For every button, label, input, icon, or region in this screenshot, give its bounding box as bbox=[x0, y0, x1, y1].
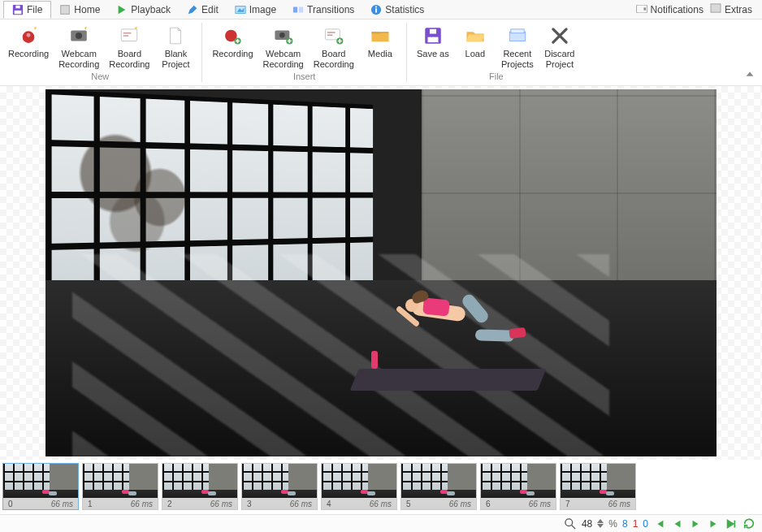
tab-playback[interactable]: Playback bbox=[108, 1, 179, 19]
play-icon bbox=[116, 4, 128, 15]
save-as-button[interactable]: Save as bbox=[412, 21, 454, 61]
zoom-magnifier-icon[interactable] bbox=[564, 517, 577, 530]
notifications-button[interactable]: Notifications bbox=[636, 4, 704, 15]
frame-caption: 766 ms bbox=[561, 498, 635, 509]
ribbon-group-file: Save as Load Recent Projects Discard Pro… bbox=[409, 19, 584, 85]
ribbon-label: Save as bbox=[417, 49, 449, 59]
svg-marker-5 bbox=[188, 5, 197, 14]
tab-image[interactable]: Image bbox=[227, 1, 284, 19]
tab-home[interactable]: Home bbox=[51, 1, 108, 19]
svg-point-20 bbox=[76, 32, 82, 39]
svg-line-38 bbox=[572, 525, 575, 528]
zoom-value: 48 bbox=[582, 518, 592, 530]
frame-index: 4 bbox=[327, 500, 331, 508]
ribbon-label: Media bbox=[368, 49, 392, 59]
scene-person bbox=[381, 262, 543, 383]
menu-tabstrip: File Home Playback Edit Image Transition… bbox=[0, 0, 762, 19]
extras-button[interactable]: Extras bbox=[710, 3, 752, 15]
svg-rect-9 bbox=[299, 6, 303, 12]
load-button[interactable]: Load bbox=[454, 21, 496, 61]
frame-duration: 66 ms bbox=[131, 500, 153, 508]
frame-caption: 166 ms bbox=[83, 498, 158, 509]
status-count-c: 0 bbox=[643, 518, 648, 530]
folder-open-icon bbox=[464, 24, 487, 47]
tab-edit[interactable]: Edit bbox=[179, 1, 227, 19]
preview-frame[interactable] bbox=[45, 89, 717, 456]
insert-media-button[interactable]: Media bbox=[359, 21, 401, 61]
tab-transitions[interactable]: Transitions bbox=[284, 1, 362, 19]
preview-canvas-area bbox=[0, 86, 762, 460]
frame-index: 7 bbox=[565, 500, 570, 508]
svg-rect-35 bbox=[511, 29, 524, 33]
frame-duration: 66 ms bbox=[51, 500, 73, 508]
frame-thumbnail[interactable]: 266 ms bbox=[162, 463, 238, 510]
frame-thumbnail[interactable]: 566 ms bbox=[400, 463, 477, 510]
frame-thumbnail[interactable]: 766 ms bbox=[560, 463, 636, 510]
scene-bottle bbox=[371, 351, 378, 369]
frame-thumbnail[interactable]: 666 ms bbox=[480, 463, 556, 510]
webcam-icon bbox=[67, 24, 90, 47]
frame-index: 3 bbox=[247, 500, 252, 508]
nav-play-icon[interactable] bbox=[689, 517, 702, 530]
ribbon-collapse-icon[interactable] bbox=[744, 68, 756, 82]
ribbon-group-label: File bbox=[489, 71, 504, 83]
frame-caption: 666 ms bbox=[481, 498, 556, 509]
frame-thumbnail[interactable]: 366 ms bbox=[241, 463, 318, 510]
record-add-icon bbox=[221, 24, 244, 47]
svg-point-27 bbox=[279, 32, 285, 38]
tab-label: Playback bbox=[131, 4, 171, 15]
ribbon-label: Load bbox=[465, 49, 485, 59]
nav-first-icon[interactable] bbox=[653, 517, 666, 530]
nav-prev-icon[interactable] bbox=[671, 517, 684, 530]
tab-label: Home bbox=[74, 4, 100, 15]
blank-page-icon bbox=[164, 24, 187, 47]
tab-label: Image bbox=[249, 4, 276, 15]
frame-duration: 66 ms bbox=[370, 500, 392, 508]
info-icon bbox=[370, 4, 382, 15]
new-board-recording-button[interactable]: Board Recording bbox=[104, 21, 154, 71]
frame-duration: 66 ms bbox=[529, 500, 551, 508]
webcam-add-icon bbox=[272, 24, 295, 47]
recent-projects-icon bbox=[506, 24, 529, 47]
frame-duration: 66 ms bbox=[608, 500, 630, 508]
frame-caption: 066 ms bbox=[3, 498, 78, 509]
frame-strip: 066 ms166 ms266 ms366 ms466 ms566 ms666 … bbox=[0, 460, 762, 513]
tab-file[interactable]: File bbox=[3, 1, 51, 19]
svg-point-37 bbox=[565, 518, 573, 526]
svg-marker-18 bbox=[34, 27, 37, 30]
ribbon-label: Board Recording bbox=[314, 49, 354, 70]
nav-loop-icon[interactable] bbox=[743, 517, 756, 530]
ribbon-label: Discard Project bbox=[544, 49, 574, 70]
ribbon-label: Board Recording bbox=[109, 49, 149, 70]
svg-rect-14 bbox=[643, 7, 646, 10]
save-disk-icon bbox=[12, 4, 24, 15]
nav-last-icon[interactable] bbox=[725, 517, 738, 530]
recent-projects-button[interactable]: Recent Projects bbox=[496, 21, 539, 71]
frame-thumbnail[interactable]: 166 ms bbox=[82, 463, 158, 510]
insert-recording-button[interactable]: Recording bbox=[207, 21, 258, 61]
ribbon-group-label: Insert bbox=[293, 71, 316, 83]
frame-thumbnail[interactable]: 466 ms bbox=[321, 463, 397, 510]
frame-thumbnail[interactable]: 066 ms bbox=[2, 463, 79, 510]
svg-rect-33 bbox=[430, 29, 436, 34]
frame-index: 5 bbox=[406, 500, 411, 508]
frame-index: 6 bbox=[486, 500, 491, 508]
status-count-a: 8 bbox=[622, 518, 628, 530]
tab-label: Statistics bbox=[385, 4, 424, 15]
tab-statistics[interactable]: Statistics bbox=[362, 1, 432, 19]
new-recording-button[interactable]: Recording bbox=[3, 21, 54, 61]
record-icon bbox=[17, 24, 40, 47]
nav-next-icon[interactable] bbox=[707, 517, 720, 530]
insert-board-recording-button[interactable]: Board Recording bbox=[309, 21, 359, 71]
save-as-icon bbox=[422, 24, 444, 47]
new-blank-project-button[interactable]: Blank Project bbox=[154, 21, 197, 71]
discard-project-button[interactable]: Discard Project bbox=[539, 21, 581, 71]
tab-label: File bbox=[27, 4, 42, 15]
svg-rect-8 bbox=[293, 6, 297, 12]
frame-duration: 66 ms bbox=[290, 500, 312, 508]
zoom-spinner[interactable] bbox=[597, 519, 604, 528]
frame-index: 2 bbox=[167, 500, 172, 508]
insert-webcam-recording-button[interactable]: Webcam Recording bbox=[258, 21, 309, 71]
new-webcam-recording-button[interactable]: Webcam Recording bbox=[54, 21, 104, 71]
ribbon-separator bbox=[201, 23, 202, 82]
